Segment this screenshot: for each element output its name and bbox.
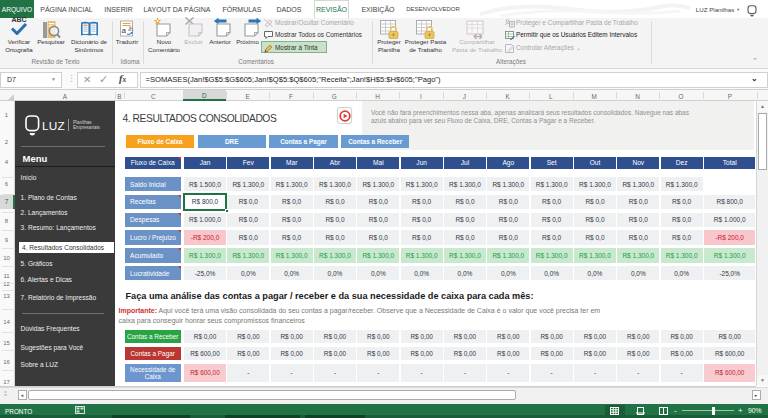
svg-text:あ: あ xyxy=(128,25,134,32)
svg-text:a: a xyxy=(122,26,127,35)
